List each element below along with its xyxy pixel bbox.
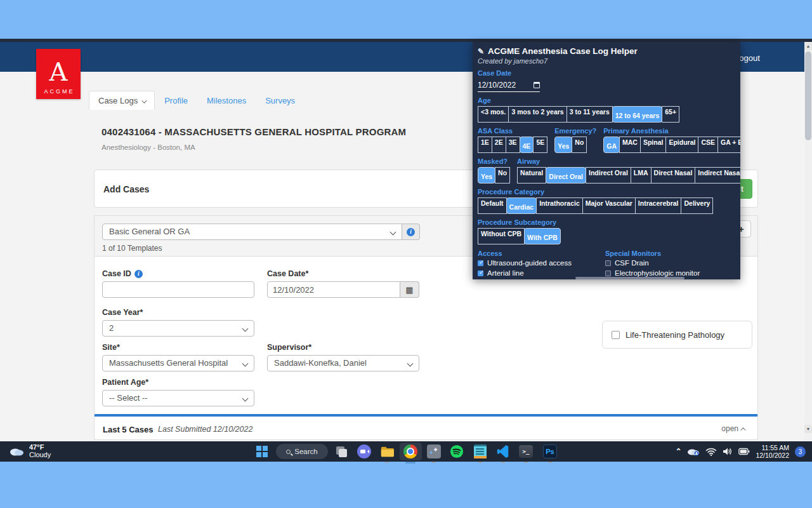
electrophysiologic-monitor-checkbox[interactable] — [605, 271, 611, 276]
special-monitors-label: Special Monitors — [605, 250, 700, 257]
case-date-input[interactable] — [267, 281, 400, 298]
notes-app-button[interactable] — [473, 444, 487, 458]
ultrasound-guided-access-checkbox[interactable] — [478, 260, 483, 266]
browser-scrollbar[interactable]: ▲ ▼ — [804, 42, 812, 441]
csf-drain-checkbox[interactable] — [605, 260, 611, 266]
file-explorer-button[interactable] — [380, 444, 394, 458]
onedrive-cloud-icon[interactable] — [687, 447, 700, 456]
seg-option-ga-epidural[interactable]: GA + Epidural — [717, 137, 740, 153]
tab-case-logs[interactable]: Case Logs — [89, 91, 155, 110]
chrome-button[interactable] — [403, 444, 417, 458]
procedure-category-label: Procedure Category — [478, 188, 735, 196]
seg-option-12-to-64-years[interactable]: 12 to 64 years — [612, 106, 662, 123]
seg-option-without-cpb[interactable]: Without CPB — [478, 228, 525, 244]
notification-badge[interactable]: 3 — [795, 446, 806, 457]
seg-option-spinal[interactable]: Spinal — [640, 137, 667, 153]
seg-option-yes[interactable]: Yes — [554, 137, 572, 153]
helper-case-date-input[interactable]: 12/10/2022 — [478, 81, 540, 92]
seg-option-2e[interactable]: 2E — [492, 137, 506, 153]
seg-option-epidural[interactable]: Epidural — [665, 137, 698, 153]
hidden-icons-chevron[interactable]: ⌃ — [675, 447, 681, 456]
seg-option-no[interactable]: No — [495, 167, 510, 184]
desktop-background: Logout A ACGME Case Logs Profile Milesto… — [0, 0, 812, 508]
seg-option-3-mos[interactable]: <3 mos. — [478, 106, 509, 123]
teams-chat-button[interactable] — [357, 444, 371, 458]
ultrasound-guided-access-label: Ultrasound-guided access — [487, 259, 572, 267]
spotify-button[interactable] — [450, 444, 464, 458]
clock-time: 11:55 AM — [756, 444, 789, 451]
template-select[interactable]: Basic General OR GA — [102, 224, 402, 240]
add-cases-heading: Add Cases — [103, 184, 149, 194]
checklist-row: CSF Drain — [605, 259, 700, 267]
seg-option-5e[interactable]: 5E — [533, 137, 547, 153]
seg-option-mac[interactable]: MAC — [619, 137, 641, 153]
seg-option-lma[interactable]: LMA — [631, 167, 652, 184]
open-toggle[interactable]: open — [721, 424, 746, 433]
primary-anesthesia-button-group: GAMACSpinalEpiduralCSEGA + Epidural — [603, 137, 740, 153]
calendar-icon — [534, 82, 540, 88]
seg-option-default[interactable]: Default — [478, 197, 507, 214]
scrollbar-thumb[interactable] — [805, 51, 811, 140]
scroll-down-arrow[interactable]: ▼ — [804, 425, 812, 433]
taskbar-clock[interactable]: 11:55 AM 12/10/2022 — [756, 444, 789, 459]
seg-option-with-cpb[interactable]: With CPB — [524, 228, 561, 244]
procedure-subcategory-label: Procedure Subcategory — [478, 218, 735, 226]
acgme-logo: A ACGME — [36, 49, 81, 99]
seg-option-no[interactable]: No — [572, 137, 587, 153]
site-label: Site* — [102, 343, 120, 352]
running-indicator — [548, 462, 552, 463]
battery-icon[interactable] — [738, 448, 750, 455]
supervisor-select[interactable]: Saddawi-Konefka, Daniel — [267, 355, 419, 371]
tab-profile[interactable]: Profile — [155, 91, 197, 110]
sparkle-app-button[interactable] — [427, 444, 441, 458]
seg-option-3-mos-to-2-years[interactable]: 3 mos to 2 years — [508, 106, 566, 123]
seg-option-natural[interactable]: Natural — [517, 167, 546, 184]
calendar-button[interactable]: ▦ — [400, 281, 419, 298]
task-view-button[interactable] — [334, 444, 348, 458]
wifi-icon[interactable] — [705, 447, 717, 456]
weather-widget[interactable]: 47°F Cloudy — [9, 443, 51, 458]
seg-option-65[interactable]: 65+ — [662, 106, 679, 123]
patient-age-select[interactable]: -- Select -- — [102, 390, 254, 406]
info-icon[interactable]: i — [134, 270, 143, 278]
seg-option-indirect-oral[interactable]: Indirect Oral — [586, 167, 631, 184]
popup-scrollbar[interactable] — [575, 277, 684, 279]
weather-temp: 47°F — [29, 443, 51, 451]
seg-option-delivery[interactable]: Delivery — [681, 197, 713, 214]
seg-option-direct-oral[interactable]: Direct Oral — [546, 167, 586, 184]
photoshop-button[interactable]: Ps — [543, 444, 557, 458]
seg-option-cardiac[interactable]: Cardiac — [506, 197, 537, 214]
seg-option-yes[interactable]: Yes — [478, 167, 495, 184]
seg-option-3-to-11-years[interactable]: 3 to 11 years — [566, 106, 613, 123]
search-box[interactable]: Search — [276, 444, 328, 459]
emergency-label: Emergency? — [554, 127, 596, 135]
seg-option-intrathoracic[interactable]: Intrathoracic — [536, 197, 583, 214]
seg-option-cse[interactable]: CSE — [698, 137, 718, 153]
vscode-button[interactable] — [496, 444, 510, 458]
case-year-select[interactable]: 2 — [102, 320, 254, 337]
tab-milestones[interactable]: Milestones — [197, 91, 256, 110]
seg-option-4e[interactable]: 4E — [520, 137, 534, 153]
seg-option-major-vascular[interactable]: Major Vascular — [582, 197, 636, 214]
seg-option-3e[interactable]: 3E — [506, 137, 520, 153]
seg-option-intracerebral[interactable]: Intracerebral — [635, 197, 682, 214]
chevron-down-icon — [141, 98, 147, 103]
case-id-input[interactable] — [102, 281, 254, 298]
terminal-button[interactable]: >_ — [519, 444, 533, 458]
seg-option-indirect-nasal[interactable]: Indirect Nasal — [695, 167, 740, 184]
seg-option-direct-nasal[interactable]: Direct Nasal — [651, 167, 696, 184]
seg-option-1e[interactable]: 1E — [478, 137, 492, 153]
arterial-line-checkbox[interactable] — [478, 271, 483, 276]
program-subtitle: Anesthesiology - Boston, MA — [102, 144, 195, 151]
checklist-row: Electrophysiologic monitor — [605, 269, 700, 277]
scroll-up-arrow[interactable]: ▲ — [804, 42, 812, 50]
seg-option-ga[interactable]: GA — [603, 137, 620, 153]
life-threatening-pathology-checkbox[interactable] — [612, 331, 620, 339]
speaker-icon[interactable] — [723, 447, 733, 456]
template-info-button[interactable]: i — [402, 224, 420, 240]
chevron-down-icon — [242, 361, 249, 367]
chrome-icon — [403, 444, 417, 458]
start-button[interactable] — [255, 444, 269, 458]
site-select[interactable]: Massachusetts General Hospital — [102, 355, 254, 371]
tab-surveys[interactable]: Surveys — [256, 91, 304, 110]
